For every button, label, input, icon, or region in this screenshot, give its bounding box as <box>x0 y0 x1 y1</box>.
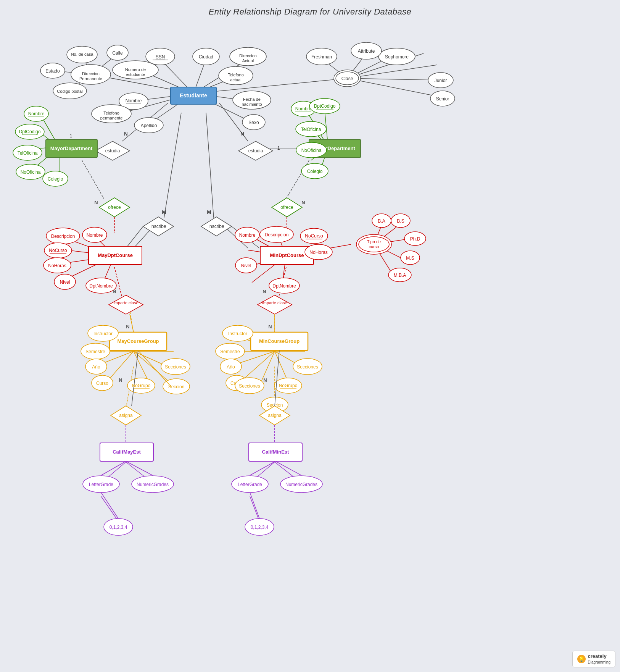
svg-text:Descripcion: Descripcion <box>265 232 289 237</box>
svg-text:Direccion: Direccion <box>82 71 100 76</box>
svg-text:NumericGrades: NumericGrades <box>137 482 169 487</box>
svg-text:Estado: Estado <box>45 68 60 74</box>
svg-text:Instructor: Instructor <box>228 331 247 336</box>
diagram-container: Entity Relationship Diagram for Universi… <box>0 0 620 672</box>
svg-text:Colegio: Colegio <box>307 169 323 174</box>
svg-text:Sophomore: Sophomore <box>385 54 409 60</box>
svg-text:actual: actual <box>230 78 241 82</box>
svg-text:Codigo postal: Codigo postal <box>57 89 82 94</box>
svg-text:CalifMayEst: CalifMayEst <box>113 449 141 455</box>
svg-text:NumericGrades: NumericGrades <box>285 482 317 487</box>
svg-text:LetterGrade: LetterGrade <box>238 482 262 487</box>
svg-text:NoCurso: NoCurso <box>49 248 67 253</box>
svg-text:N: N <box>268 324 272 330</box>
svg-text:N: N <box>94 200 98 205</box>
svg-line-90 <box>101 496 118 521</box>
svg-text:Sexo: Sexo <box>248 120 259 125</box>
svg-text:DptNombre: DptNombre <box>89 283 113 289</box>
svg-line-80 <box>259 351 275 386</box>
svg-text:Telefono: Telefono <box>228 73 244 77</box>
svg-text:asigna: asigna <box>268 413 282 418</box>
svg-line-44 <box>206 113 214 218</box>
svg-line-93 <box>250 496 259 521</box>
svg-text:Secciones: Secciones <box>297 364 318 370</box>
svg-text:Nombre: Nombre <box>295 106 312 111</box>
svg-line-21 <box>347 78 441 80</box>
svg-line-72 <box>134 351 149 382</box>
svg-line-307 <box>275 461 301 475</box>
svg-text:1: 1 <box>277 145 280 151</box>
svg-text:Ciudad: Ciudad <box>199 54 213 60</box>
svg-text:Nombre: Nombre <box>87 233 103 238</box>
svg-text:asigna: asigna <box>119 413 133 418</box>
svg-text:N: N <box>263 377 267 383</box>
svg-text:NoCurso: NoCurso <box>305 233 323 239</box>
svg-text:N: N <box>124 131 127 137</box>
svg-text:Direccion: Direccion <box>239 53 257 58</box>
svg-text:Actual: Actual <box>242 58 254 63</box>
svg-text:estudiante: estudiante <box>126 72 145 77</box>
svg-text:Secciones: Secciones <box>239 383 260 389</box>
svg-text:Freshman: Freshman <box>311 54 332 60</box>
svg-text:NoOficina: NoOficina <box>301 148 322 153</box>
svg-text:Permanente: Permanente <box>79 76 102 81</box>
svg-text:N: N <box>119 377 122 383</box>
svg-text:inscribe: inscribe <box>208 224 224 229</box>
svg-text:M.S: M.S <box>406 255 414 261</box>
svg-text:Secciones: Secciones <box>165 364 186 370</box>
svg-text:Estudiante: Estudiante <box>180 92 207 99</box>
svg-text:NoGrupo: NoGrupo <box>279 383 298 388</box>
svg-text:MayorDepartment: MayorDepartment <box>50 145 93 151</box>
svg-text:imparte clase: imparte clase <box>262 300 287 305</box>
svg-text:MayCourseGroup: MayCourseGroup <box>117 338 159 344</box>
svg-text:Curso: Curso <box>96 381 108 386</box>
svg-text:MinDptCourse: MinDptCourse <box>270 252 304 258</box>
svg-text:Numero de: Numero de <box>125 67 146 72</box>
svg-text:Nivel: Nivel <box>60 279 70 285</box>
svg-text:DptCodigo: DptCodigo <box>314 103 336 109</box>
svg-text:N: N <box>262 289 266 294</box>
svg-text:Nivel: Nivel <box>241 263 251 268</box>
svg-text:imparte clase: imparte clase <box>113 300 138 305</box>
svg-text:0,1,2,3,4: 0,1,2,3,4 <box>251 525 269 530</box>
svg-line-310 <box>250 493 259 519</box>
svg-line-79 <box>240 351 275 382</box>
svg-text:Descripcion: Descripcion <box>51 234 75 239</box>
svg-text:DptNombre: DptNombre <box>272 283 296 289</box>
svg-text:N: N <box>113 289 116 294</box>
svg-text:curso: curso <box>369 244 379 249</box>
svg-text:Apellido: Apellido <box>141 123 157 128</box>
svg-text:No. de casa: No. de casa <box>71 52 94 57</box>
svg-text:M.B.A: M.B.A <box>394 273 406 278</box>
svg-text:DptCodigo: DptCodigo <box>19 129 41 134</box>
svg-text:Colegio: Colegio <box>48 176 63 182</box>
svg-line-306 <box>250 461 275 475</box>
svg-text:NoGrupo: NoGrupo <box>132 383 151 388</box>
svg-text:MinCourseGroup: MinCourseGroup <box>259 338 300 344</box>
svg-text:Nombre: Nombre <box>126 98 142 103</box>
svg-line-295 <box>101 461 126 475</box>
svg-text:inscribe: inscribe <box>150 224 166 229</box>
svg-text:Semestre: Semestre <box>220 349 240 354</box>
svg-text:Instructor: Instructor <box>93 331 113 336</box>
svg-text:B.S: B.S <box>397 218 404 224</box>
svg-text:permanente: permanente <box>100 116 123 120</box>
svg-text:N: N <box>240 131 244 137</box>
svg-text:Senior: Senior <box>436 96 449 102</box>
svg-text:1: 1 <box>69 133 72 139</box>
svg-text:M: M <box>162 209 166 215</box>
svg-text:TelOficina: TelOficina <box>301 127 321 132</box>
svg-text:Tipo de: Tipo de <box>367 239 381 244</box>
svg-text:estudia: estudia <box>105 148 120 153</box>
svg-text:Calle: Calle <box>112 50 123 56</box>
svg-text:Semestre: Semestre <box>85 349 105 354</box>
svg-line-81 <box>275 351 288 382</box>
svg-text:Ph.D: Ph.D <box>410 236 420 242</box>
svg-line-42 <box>164 113 181 218</box>
svg-text:TelOficina: TelOficina <box>18 150 38 156</box>
svg-text:LetterGrade: LetterGrade <box>89 482 113 487</box>
svg-line-296 <box>126 461 153 475</box>
svg-line-38 <box>82 160 104 199</box>
watermark-text: createlyDiagramming <box>588 653 610 665</box>
svg-text:M: M <box>207 209 211 215</box>
